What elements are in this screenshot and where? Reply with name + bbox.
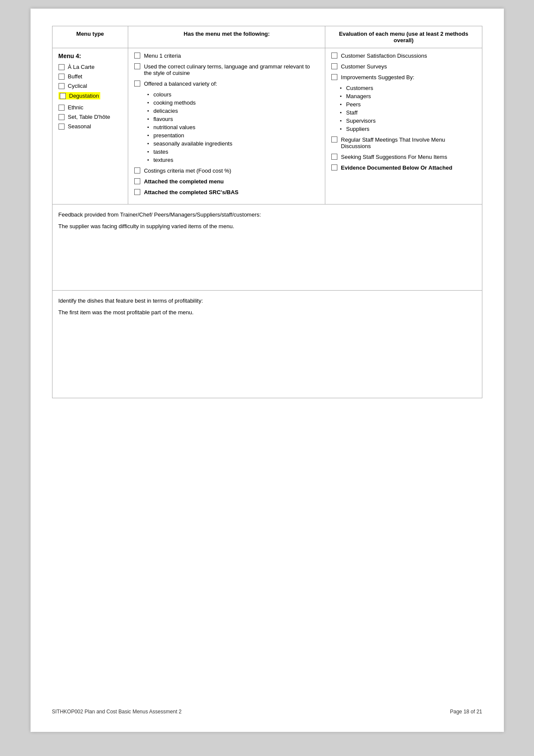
checkbox-set-table[interactable] — [59, 114, 65, 120]
checkbox-surveys[interactable] — [331, 63, 337, 69]
checkbox-a-la-carte[interactable] — [59, 64, 65, 70]
bullet-cooking: cooking methods — [147, 99, 319, 106]
checkbox-culinary[interactable] — [134, 63, 140, 69]
bullet-presentation: presentation — [147, 132, 319, 139]
feedback-label: Feedback provided from Trainer/Chef/ Pee… — [59, 211, 476, 218]
menu-type-cell: Menu 4: À La Carte Buffet Cyclical — [52, 48, 128, 204]
checkbox-degustation[interactable] — [60, 93, 66, 99]
eval-text: Improvements Suggested By: — [341, 74, 414, 81]
checkbox-cyclical[interactable] — [59, 83, 65, 89]
menu-type-label: Cyclical — [68, 83, 87, 89]
checkbox-balanced[interactable] — [134, 81, 140, 87]
menu-type-label: Degustation — [69, 93, 99, 99]
checkbox-improvements[interactable] — [331, 74, 337, 80]
criteria-balanced: Offered a balanced variety of: — [134, 81, 319, 87]
checkbox-satisfaction[interactable] — [331, 53, 337, 59]
menu-type-cyclical[interactable]: Cyclical — [59, 83, 122, 89]
criteria-cell: Menu 1 criteria Used the correct culinar… — [128, 48, 325, 204]
main-table: Menu type Has the menu met the following… — [52, 26, 482, 204]
menu-type-label: Buffet — [68, 73, 83, 80]
checkbox-menu1-criteria[interactable] — [134, 53, 140, 59]
eval-bullet-list: Customers Managers Peers Staff Superviso… — [331, 85, 475, 132]
menu-type-seasonal[interactable]: Seasonal — [59, 123, 122, 130]
eval-bullet-supervisors: Supervisors — [340, 118, 475, 124]
eval-seeking-suggestions: Seeking Staff Suggestions For Menu Items — [331, 154, 475, 160]
menu-type-a-la-carte[interactable]: À La Carte — [59, 64, 122, 70]
header-criteria: Has the menu met the following: — [128, 26, 325, 48]
eval-bullet-managers: Managers — [340, 93, 475, 99]
menu-type-ethnic[interactable]: Ethnic — [59, 104, 122, 111]
eval-text: Customer Satisfaction Discussions — [341, 53, 427, 59]
bullet-textures: textures — [147, 157, 319, 163]
criteria-text: Attached the completed SRC's/BAS — [144, 189, 238, 195]
checkbox-costings[interactable] — [134, 167, 140, 174]
bullet-nutritional: nutritional values — [147, 124, 319, 130]
menu-type-label: Set, Table D'hôte — [68, 114, 110, 120]
eval-surveys: Customer Surveys — [331, 63, 475, 70]
criteria-text: Costings criteria met (Food cost %) — [144, 167, 231, 174]
criteria-attached-src: Attached the completed SRC's/BAS — [134, 189, 319, 195]
menu-type-label: Ethnic — [68, 104, 83, 111]
bullet-flavours: flavours — [147, 116, 319, 122]
eval-regular-meetings: Regular Staff Meetings That Involve Menu… — [331, 136, 475, 149]
checkbox-attached-src[interactable] — [134, 189, 140, 195]
eval-bullet-peers: Peers — [340, 101, 475, 108]
bullet-tastes: tastes — [147, 149, 319, 155]
criteria-text: Used the correct culinary terms, languag… — [144, 63, 319, 76]
eval-bullet-suppliers: Suppliers — [340, 126, 475, 132]
menu-label: Menu 4: — [59, 53, 122, 59]
eval-bullet-staff: Staff — [340, 109, 475, 116]
checkbox-evidence[interactable] — [331, 164, 337, 170]
eval-cell: Customer Satisfaction Discussions Custom… — [325, 48, 482, 204]
page: Menu type Has the menu met the following… — [31, 9, 504, 732]
menu-type-buffet[interactable]: Buffet — [59, 73, 122, 80]
eval-text: Seeking Staff Suggestions For Menu Items — [341, 154, 447, 160]
criteria-text: Offered a balanced variety of: — [144, 81, 217, 87]
bullet-delicacies: delicacies — [147, 108, 319, 114]
checkbox-seeking-suggestions[interactable] — [331, 154, 337, 160]
checkbox-buffet[interactable] — [59, 74, 65, 80]
header-evaluation: Evaluation of each menu (use at least 2 … — [325, 26, 482, 48]
bullet-colours: colours — [147, 91, 319, 98]
checkbox-ethnic[interactable] — [59, 105, 65, 111]
footer-left: SITHKOP002 Plan and Cost Basic Menus Ass… — [52, 709, 182, 715]
feedback-section: Feedback provided from Trainer/Chef/ Pee… — [52, 204, 482, 291]
criteria-menu1: Menu 1 criteria — [134, 53, 319, 59]
bullet-list: colours cooking methods delicacies flavo… — [134, 91, 319, 163]
criteria-attached-menu: Attached the completed menu — [134, 178, 319, 185]
criteria-costings: Costings criteria met (Food cost %) — [134, 167, 319, 174]
footer: SITHKOP002 Plan and Cost Basic Menus Ass… — [52, 696, 482, 715]
criteria-text: Menu 1 criteria — [144, 53, 181, 59]
profitability-answer: The first item was the most profitable p… — [59, 309, 476, 316]
header-menu-type: Menu type — [52, 26, 128, 48]
menu-type-label: Seasonal — [68, 123, 91, 130]
menu-type-set-table[interactable]: Set, Table D'hôte — [59, 114, 122, 120]
eval-bullet-customers: Customers — [340, 85, 475, 91]
checkbox-seasonal[interactable] — [59, 124, 65, 130]
bullet-seasonal: seasonally available ingredients — [147, 140, 319, 147]
footer-right: Page 18 of 21 — [450, 709, 482, 715]
eval-text: Regular Staff Meetings That Involve Menu… — [341, 136, 475, 149]
eval-text: Evidence Documented Below Or Attached — [341, 164, 452, 171]
eval-evidence: Evidence Documented Below Or Attached — [331, 164, 475, 171]
menu-type-label: À La Carte — [68, 64, 95, 70]
menu-type-degustation[interactable]: Degustation — [59, 92, 100, 99]
checkbox-regular-meetings[interactable] — [331, 136, 337, 143]
criteria-culinary: Used the correct culinary terms, languag… — [134, 63, 319, 76]
eval-improvements: Improvements Suggested By: — [331, 74, 475, 81]
feedback-answer: The supplier was facing difficulty in su… — [59, 223, 476, 229]
eval-satisfaction: Customer Satisfaction Discussions — [331, 53, 475, 59]
profitability-section: Identify the dishes that feature best in… — [52, 291, 482, 398]
profitability-label: Identify the dishes that feature best in… — [59, 297, 476, 304]
eval-text: Customer Surveys — [341, 63, 387, 70]
checkbox-attached-menu[interactable] — [134, 178, 140, 184]
criteria-text: Attached the completed menu — [144, 178, 224, 185]
